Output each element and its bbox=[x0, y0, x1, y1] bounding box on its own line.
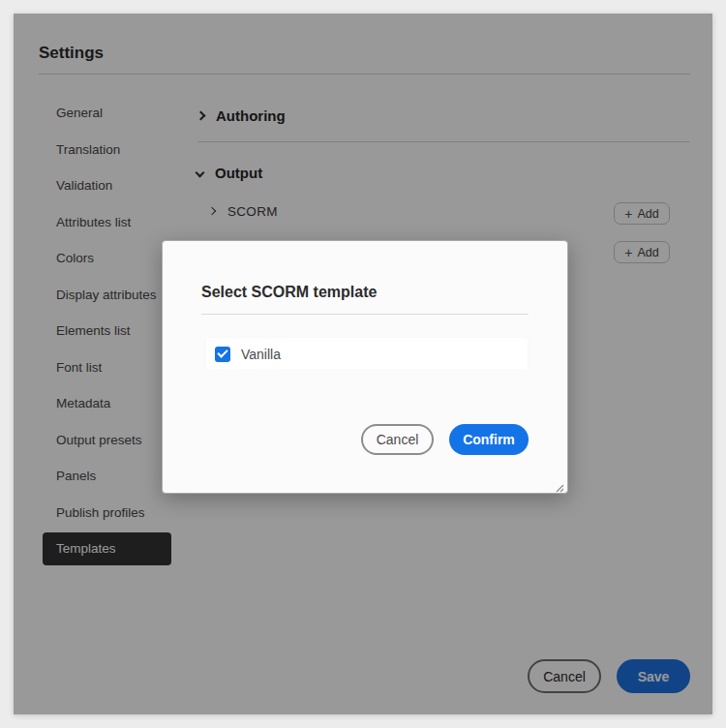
dialog-divider bbox=[201, 314, 529, 315]
dialog-title: Select SCORM template bbox=[201, 284, 377, 301]
dialog-cancel-button[interactable]: Cancel bbox=[361, 424, 434, 455]
template-option-row[interactable]: Vanilla bbox=[206, 338, 528, 370]
dialog-confirm-button[interactable]: Confirm bbox=[449, 424, 529, 455]
vanilla-checkbox-label: Vanilla bbox=[241, 347, 281, 362]
select-scorm-template-dialog: Select SCORM template Vanilla Cancel Con… bbox=[162, 240, 568, 494]
screen: Settings General Translation Validation … bbox=[0, 0, 726, 728]
vanilla-checkbox[interactable] bbox=[215, 347, 230, 362]
resize-handle-icon[interactable] bbox=[553, 479, 564, 491]
